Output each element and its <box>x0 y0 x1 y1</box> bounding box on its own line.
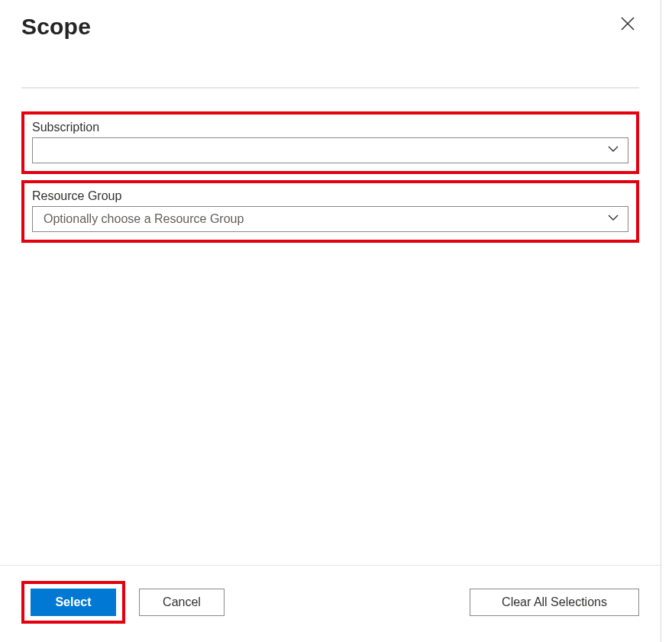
scope-panel: Scope Subscription Resource Group Option… <box>0 0 661 642</box>
cancel-button[interactable]: Cancel <box>139 589 225 616</box>
select-button-highlight: Select <box>21 581 125 624</box>
panel-header: Scope <box>21 14 639 89</box>
panel-title: Scope <box>21 14 91 40</box>
chevron-down-icon <box>606 142 620 159</box>
clear-all-button[interactable]: Clear All Selections <box>470 589 639 616</box>
subscription-dropdown[interactable] <box>32 137 628 163</box>
resource-group-placeholder: Optionally choose a Resource Group <box>44 212 244 226</box>
panel-footer: Select Cancel Clear All Selections <box>0 565 661 642</box>
subscription-highlight: Subscription <box>21 111 639 174</box>
footer-left-group: Select Cancel <box>21 581 225 624</box>
resource-group-dropdown[interactable]: Optionally choose a Resource Group <box>32 206 628 232</box>
select-button[interactable]: Select <box>31 589 116 616</box>
close-button[interactable] <box>621 17 635 34</box>
form-region: Subscription Resource Group Optionally c… <box>21 111 639 565</box>
close-icon <box>621 20 635 33</box>
resource-group-highlight: Resource Group Optionally choose a Resou… <box>21 180 639 243</box>
resource-group-label: Resource Group <box>32 189 628 203</box>
subscription-label: Subscription <box>32 121 628 134</box>
chevron-down-icon <box>606 211 620 227</box>
